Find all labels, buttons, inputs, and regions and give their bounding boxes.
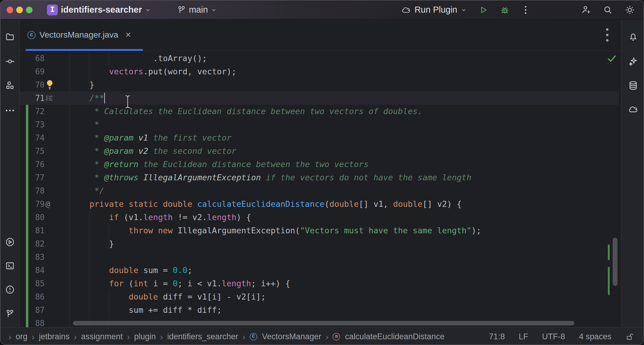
code-line[interactable]: if (v1.length != v2.length) { (70, 211, 251, 224)
code-line[interactable]: */ (70, 184, 104, 197)
line-number[interactable]: 78 (20, 184, 45, 197)
branch-name: main (189, 5, 208, 15)
inspection-ok-check-icon[interactable] (606, 53, 617, 64)
zoom-window-button[interactable] (26, 7, 33, 13)
line-number[interactable]: 79 (20, 197, 45, 211)
database-toolwindow-button[interactable] (628, 80, 638, 92)
breadcrumb-item[interactable]: assignment (81, 332, 123, 341)
project-toolwindow-button[interactable] (5, 32, 15, 43)
indent-widget[interactable]: 4 spaces (579, 332, 611, 341)
code-line[interactable]: * (70, 118, 99, 131)
vcs-branch-widget[interactable]: main (177, 5, 217, 15)
line-number[interactable]: 80 (20, 211, 45, 224)
code-line[interactable]: throw new IllegalArgumentException("Vect… (70, 224, 481, 237)
minimize-window-button[interactable] (16, 7, 23, 13)
code-line[interactable]: * Calculates the Euclidean distance betw… (70, 105, 422, 118)
line-number[interactable]: 71 (20, 92, 45, 105)
right-toolwindow-bar (621, 20, 644, 327)
run-button[interactable] (479, 5, 488, 14)
breadcrumb-item[interactable]: org (16, 332, 27, 341)
vertical-scrollbar[interactable] (613, 238, 617, 286)
code-line[interactable]: .toArray(); (70, 52, 207, 65)
line-number[interactable]: 74 (20, 131, 45, 145)
unlocked-padlock-icon[interactable] (625, 332, 634, 341)
close-window-button[interactable] (7, 7, 13, 13)
breadcrumb-item[interactable]: jetbrains (39, 332, 70, 341)
run-configuration-selector[interactable]: Run Plugin (401, 5, 467, 15)
line-number[interactable]: 81 (20, 224, 45, 237)
line-number[interactable]: 86 (20, 290, 45, 303)
doc-lines-icon[interactable] (45, 92, 64, 105)
structure-toolwindow-button[interactable] (5, 81, 15, 92)
code-line[interactable]: * @param v2 the second vector (70, 145, 236, 158)
breadcrumb-item[interactable]: plugin (134, 332, 156, 341)
git-branch-icon (177, 5, 186, 14)
line-number[interactable]: 75 (20, 145, 45, 158)
text-caret (104, 93, 105, 104)
encoding-widget[interactable]: UTF-8 (542, 332, 565, 341)
gradle-toolwindow-button[interactable] (628, 104, 638, 116)
line-number[interactable]: 76 (20, 158, 45, 171)
settings-button[interactable] (625, 5, 635, 15)
ai-assistant-button[interactable] (628, 56, 638, 68)
version-control-toolwindow-button[interactable] (5, 309, 15, 320)
problems-toolwindow-button[interactable] (5, 284, 15, 296)
code-line[interactable]: double sum = 0.0; (70, 264, 192, 277)
code-line[interactable]: vectors.put(word, vector); (70, 65, 236, 78)
breadcrumb-separator-icon: › (74, 333, 77, 341)
code-line[interactable]: * @param v1 the first vector (70, 131, 231, 145)
code-line[interactable]: for (int i = 0; i < v1.length; i++) { (70, 277, 290, 290)
line-separator-widget[interactable]: LF (519, 332, 528, 341)
line-number[interactable]: 72 (20, 105, 45, 118)
commit-toolwindow-button[interactable] (5, 56, 15, 68)
code-line[interactable]: double diff = v1[i] - v2[i]; (70, 290, 266, 303)
breadcrumb-separator-icon: › (160, 333, 163, 341)
notifications-button[interactable] (628, 32, 638, 43)
line-number[interactable]: 68 (20, 52, 45, 65)
change-stripe-mark[interactable] (608, 267, 610, 295)
line-number[interactable]: 77 (20, 171, 45, 184)
line-number[interactable]: 87 (20, 303, 45, 317)
horizontal-scrollbar[interactable] (73, 321, 574, 325)
breadcrumb-item[interactable]: calculateEuclideanDistance (345, 332, 444, 341)
change-stripe-mark[interactable] (608, 244, 610, 260)
services-toolwindow-button[interactable] (5, 237, 15, 248)
breadcrumb-item[interactable]: identifiers_searcher (167, 332, 238, 341)
line-number[interactable]: 84 (20, 264, 45, 277)
search-everywhere-button[interactable] (603, 5, 613, 15)
code-line[interactable]: } (70, 78, 94, 92)
line-number[interactable]: 69 (20, 65, 45, 78)
line-number[interactable]: 70 (20, 78, 45, 92)
code-line[interactable]: * @return the Euclidean distance between… (70, 158, 369, 171)
code-line[interactable]: } (70, 237, 114, 250)
code-line[interactable]: sum += diff * diff; (70, 303, 222, 317)
gradle-elephant-icon (401, 5, 411, 15)
line-number[interactable]: 83 (20, 250, 45, 264)
breadcrumb: ›org›jetbrains›assignment›plugin›identif… (8, 332, 445, 341)
editor[interactable]: 68 .toArray();69 vectors.put(word, vecto… (20, 51, 621, 327)
window-controls (7, 7, 33, 13)
line-number[interactable]: 88 (20, 317, 45, 327)
titlebar: I identifiers-searcher main (1, 1, 643, 19)
line-number[interactable]: 73 (20, 118, 45, 131)
breadcrumb-item[interactable]: VectorsManager (262, 332, 321, 341)
java-class-icon: C (27, 31, 36, 39)
code-line[interactable]: * @throws IllegalArgumentException if th… (70, 171, 471, 184)
line-number[interactable]: 85 (20, 277, 45, 290)
project-widget[interactable]: I identifiers-searcher (47, 5, 151, 15)
annotation-at-icon[interactable]: @ (45, 197, 64, 211)
close-tab-icon[interactable]: ✕ (125, 31, 131, 39)
terminal-toolwindow-button[interactable] (5, 261, 15, 272)
more-actions-button[interactable] (522, 5, 530, 14)
code-line[interactable]: private static double calculateEuclidean… (70, 197, 462, 211)
code-area[interactable]: 68 .toArray();69 vectors.put(word, vecto… (20, 51, 621, 327)
line-number[interactable]: 82 (20, 237, 45, 250)
tab-list-more-button[interactable] (604, 27, 611, 43)
caret-position-widget[interactable]: 71:8 (489, 332, 505, 341)
code-with-me-button[interactable] (581, 5, 591, 15)
code-line[interactable]: /** (70, 92, 104, 105)
tab-vectorsmanager[interactable]: C VectorsManager.java ✕ (26, 19, 133, 51)
debug-button[interactable] (500, 5, 510, 15)
lightbulb-icon[interactable] (45, 78, 64, 92)
more-toolwindows-button[interactable] (5, 108, 15, 113)
